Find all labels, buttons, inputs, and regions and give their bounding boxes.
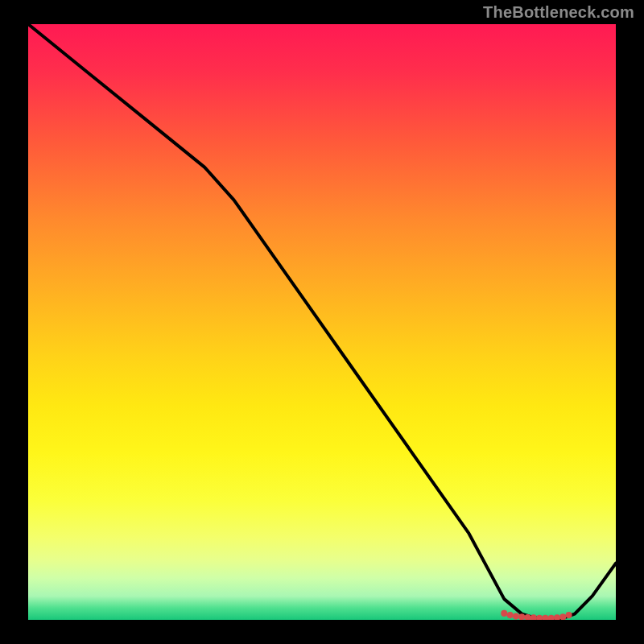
marker-dot — [513, 613, 519, 619]
bottleneck-curve — [28, 24, 616, 619]
marker-dot — [554, 614, 560, 620]
marker-dot — [518, 613, 525, 620]
marker-dot — [536, 615, 543, 620]
marker-dot — [566, 612, 572, 618]
marker-dot — [501, 610, 507, 617]
chart-overlay-svg — [28, 24, 616, 620]
attribution-text: TheBottleneck.com — [483, 3, 634, 22]
plot-area — [28, 24, 616, 620]
marker-dot — [542, 615, 548, 620]
marker-group — [501, 610, 572, 620]
marker-dot — [559, 613, 566, 620]
chart-frame: TheBottleneck.com — [0, 0, 644, 644]
marker-dot — [507, 612, 514, 618]
marker-dot — [548, 615, 555, 620]
